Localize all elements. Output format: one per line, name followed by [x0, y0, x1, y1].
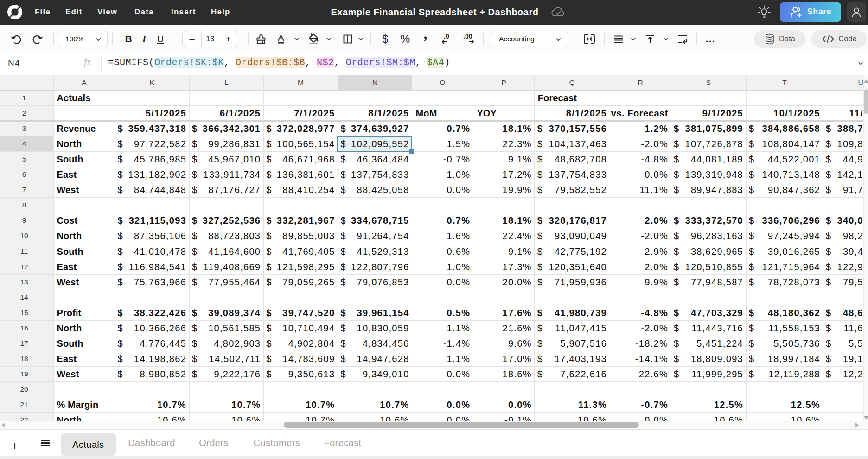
- svg-text:.00: .00: [463, 32, 472, 40]
- svg-text:.0: .0: [444, 32, 449, 40]
